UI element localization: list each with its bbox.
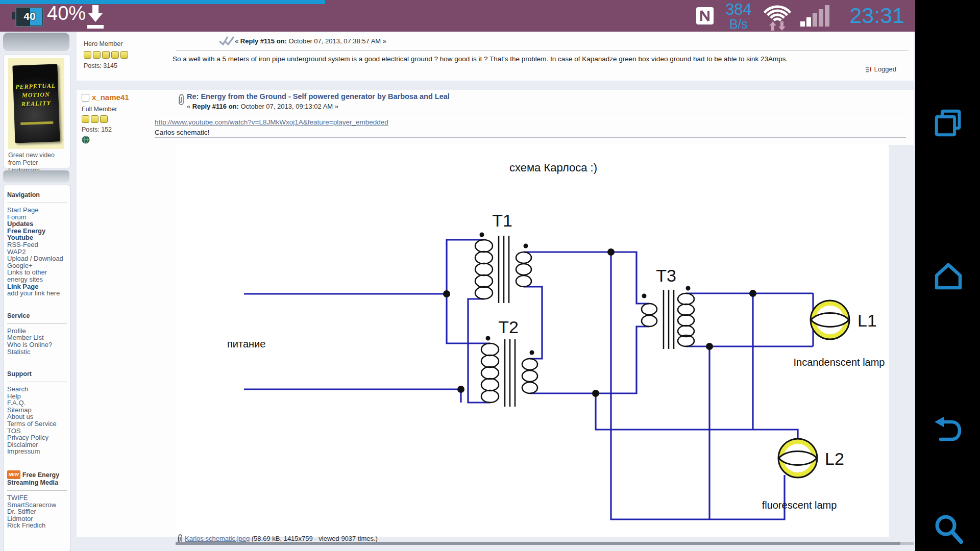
sidebar-link[interactable]: About us bbox=[7, 413, 67, 420]
logged-icon bbox=[865, 66, 872, 73]
lamp-l1 bbox=[811, 300, 849, 339]
sidebar-collapsed-box[interactable] bbox=[3, 33, 69, 51]
phase-dot bbox=[686, 286, 691, 291]
youtube-link[interactable]: http://www.youtube.com/watch?v=L8JMkWxoj… bbox=[155, 118, 388, 126]
quote-check-icon bbox=[218, 35, 235, 47]
nfc-icon bbox=[695, 6, 716, 27]
attachment-filename-link[interactable]: Karlos schematic.jpeg bbox=[185, 535, 250, 542]
recent-apps-icon[interactable] bbox=[935, 109, 962, 137]
sidebar-link[interactable]: Impressum bbox=[7, 448, 67, 455]
sidebar-section-title: Navigation bbox=[7, 191, 67, 199]
reply-label: Reply #116 on: bbox=[192, 103, 239, 110]
image-right-margin bbox=[889, 145, 915, 551]
star-icon bbox=[111, 51, 119, 59]
posts-count: Posts: 152 bbox=[82, 126, 112, 133]
l1-caption: Incandenscent lamp bbox=[793, 357, 885, 368]
sidebar-link[interactable]: Member List bbox=[7, 334, 67, 341]
sidebar-link[interactable]: add your link here bbox=[7, 290, 67, 297]
sidebar-link[interactable]: SmartScarecrow bbox=[7, 502, 67, 509]
member-stars bbox=[84, 51, 128, 59]
sidebar-section-title: Service bbox=[7, 312, 67, 320]
sidebar-sections: NavigationStart PageForumUpdatesFree Ene… bbox=[4, 185, 70, 529]
logged-row: Logged bbox=[865, 65, 896, 73]
forum-post-115: Hero Member Posts: 3145 « Reply #115 on:… bbox=[77, 32, 914, 81]
sidebar-link[interactable]: TWIFE bbox=[7, 494, 67, 502]
sidebar-link[interactable]: Updates bbox=[7, 220, 67, 228]
phase-dot bbox=[524, 244, 528, 248]
circuit-wires bbox=[244, 240, 813, 519]
sidebar-link[interactable]: Help bbox=[7, 393, 67, 400]
sidebar-link[interactable]: WAP2 bbox=[7, 248, 67, 256]
star-icon bbox=[91, 115, 99, 123]
member-stars bbox=[82, 115, 108, 123]
post-select-checkbox[interactable] bbox=[82, 94, 89, 102]
download-arrow-small-icon bbox=[778, 21, 786, 31]
sidebar-link[interactable]: Profile bbox=[7, 328, 67, 335]
star-icon bbox=[120, 51, 128, 59]
sidebar-link[interactable]: Start Page bbox=[7, 207, 67, 214]
sidebar-link[interactable]: Google+ bbox=[7, 262, 67, 269]
sidebar-link[interactable]: Rick Friedich bbox=[7, 522, 67, 529]
battery-percent-text: 40% bbox=[47, 3, 86, 24]
phase-dot bbox=[486, 336, 491, 341]
sidebar-section: NavigationStart PageForumUpdatesFree Ene… bbox=[7, 191, 67, 297]
sidebar-link[interactable]: Upload / Download bbox=[7, 255, 67, 262]
back-icon[interactable] bbox=[935, 416, 963, 442]
home-icon[interactable] bbox=[934, 261, 963, 291]
horizontal-scrollbar[interactable] bbox=[176, 542, 914, 545]
sidebar-link[interactable]: F.A.Q. bbox=[7, 399, 67, 407]
sidebar-link[interactable]: Disclaimer bbox=[7, 441, 67, 448]
sidebar-link[interactable]: Youtube bbox=[7, 234, 67, 241]
phase-dot bbox=[530, 350, 534, 355]
divider bbox=[7, 382, 67, 382]
scrollbar-thumb[interactable] bbox=[176, 542, 900, 545]
rate-value: 384 bbox=[720, 2, 757, 18]
l2-caption: fluorescent lamp bbox=[762, 499, 837, 511]
sidebar-link[interactable]: Lidmotor bbox=[7, 515, 67, 522]
star-icon bbox=[82, 115, 89, 123]
sidebar-link[interactable]: Statistic bbox=[7, 348, 67, 356]
android-nav-bar bbox=[915, 0, 980, 551]
star-icon bbox=[100, 115, 108, 123]
sidebar-link[interactable]: Privacy Policy bbox=[7, 434, 67, 441]
globe-icon[interactable] bbox=[82, 136, 90, 144]
sidebar-link[interactable]: Free Energy bbox=[7, 228, 67, 235]
reply-date: October 07, 2013, 09:13:02 AM » bbox=[239, 103, 338, 110]
sidebar-section-title: Support bbox=[7, 370, 67, 378]
new-badge-icon: NEW bbox=[7, 470, 20, 479]
reply-meta: « Reply #116 on: October 07, 2013, 09:13… bbox=[187, 103, 338, 110]
sidebar-link[interactable]: TOS bbox=[7, 428, 67, 435]
sidebar-link[interactable]: Links to other energy sites bbox=[7, 269, 67, 283]
sidebar-link[interactable]: Terms of Service bbox=[7, 420, 67, 428]
battery-level-text: 40 bbox=[16, 10, 43, 22]
sidebar-link[interactable]: RSS-Feed bbox=[7, 241, 67, 248]
meta-prefix: « bbox=[235, 37, 240, 45]
transformer-t1 bbox=[475, 236, 531, 303]
divider bbox=[155, 113, 906, 113]
post-title-link[interactable]: Re: Energy from the Ground - Self powere… bbox=[187, 92, 450, 101]
network-rate: 384 B/s bbox=[720, 2, 757, 30]
divider bbox=[7, 203, 67, 203]
sidebar-link[interactable]: Forum bbox=[7, 214, 67, 221]
wifi-icon bbox=[761, 3, 795, 32]
sidebar-section-header-bar[interactable] bbox=[3, 170, 69, 183]
sidebar-link[interactable]: Who is Online? bbox=[7, 341, 67, 348]
sidebar-link[interactable]: Search bbox=[7, 386, 67, 393]
lamp-l2 bbox=[778, 439, 817, 478]
transformer-t3 bbox=[642, 290, 694, 349]
sidebar-menu-card: NavigationStart PageForumUpdatesFree Ene… bbox=[3, 185, 70, 551]
book-byline-bar bbox=[20, 121, 53, 125]
sidebar-link[interactable]: Link Page bbox=[7, 283, 67, 290]
supply-label: питание bbox=[227, 338, 265, 349]
sidebar-link[interactable]: Dr. Stiffler bbox=[7, 508, 67, 515]
divider bbox=[176, 50, 909, 51]
search-icon[interactable] bbox=[934, 513, 963, 547]
schematic-image[interactable]: схема Карлоса :) питание T1 T2 T3 L1 L2 … bbox=[176, 145, 888, 537]
author-username[interactable]: x_name41 bbox=[92, 93, 129, 102]
reply-date: October 07, 2013, 07:38:57 AM » bbox=[287, 37, 386, 45]
sidebar-section: ServiceProfileMember ListWho is Online?S… bbox=[7, 312, 67, 355]
promo-book-image[interactable]: PERPETUAL MOTION REALITY bbox=[8, 58, 64, 149]
book-title-line: REALITY bbox=[21, 99, 51, 108]
sidebar-link[interactable]: Sitemap bbox=[7, 407, 67, 414]
rate-unit: B/s bbox=[720, 18, 757, 30]
